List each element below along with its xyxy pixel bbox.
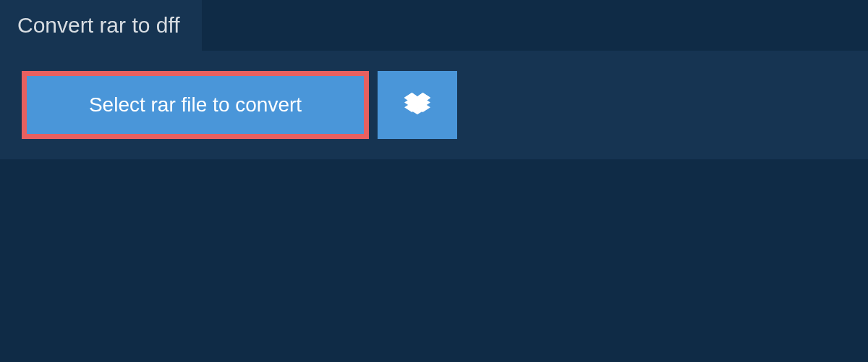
select-file-button[interactable]: Select rar file to convert <box>22 71 369 139</box>
dropbox-button[interactable] <box>378 71 457 139</box>
tab-header: Convert rar to dff <box>0 0 202 51</box>
dropbox-icon <box>404 90 430 119</box>
select-file-label: Select rar file to convert <box>89 93 302 117</box>
upload-panel: Select rar file to convert <box>0 51 868 159</box>
page-title: Convert rar to dff <box>17 13 180 37</box>
